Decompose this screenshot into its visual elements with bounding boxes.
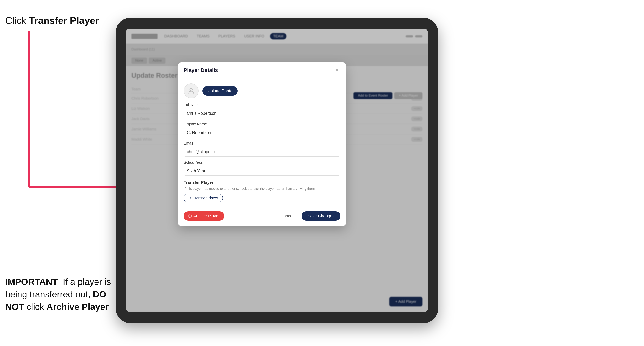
instruction-top-prefix: Click [5,15,29,26]
email-input[interactable] [184,147,340,157]
instruction-bottom: IMPORTANT: If a player is being transfer… [5,276,114,313]
archive-player-button[interactable]: ⬡ Archive Player [184,211,224,221]
avatar-circle [184,83,199,98]
transfer-player-button[interactable]: ⟳ Transfer Player [184,194,223,202]
upload-photo-button[interactable]: Upload Photo [202,86,238,96]
svg-point-3 [190,88,192,91]
transfer-section-title: Transfer Player [184,180,340,185]
archive-btn-label: Archive Player [193,214,220,218]
full-name-input[interactable] [184,109,340,118]
avatar-upload-row: Upload Photo [184,83,340,98]
modal-body: Upload Photo Full Name Display Name Emai… [178,78,346,208]
transfer-section-desc: If this player has moved to another scho… [184,186,340,191]
tablet-device: DASHBOARD TEAMS PLAYERS USER INFO TEAM D… [116,18,438,323]
school-year-group: School Year First Year Second Year Third… [184,160,340,175]
display-name-label: Display Name [184,122,340,126]
player-details-modal: Player Details × Upload Photo [178,62,346,226]
modal-header: Player Details × [178,62,346,78]
instruction-top-bold: Transfer Player [29,15,99,26]
instruction-archive: Archive Player [46,302,109,312]
school-year-select[interactable]: First Year Second Year Third Year Fourth… [184,166,340,175]
modal-title: Player Details [184,67,218,73]
transfer-section: Transfer Player If this player has moved… [184,180,340,202]
instruction-important: IMPORTANT [5,277,58,287]
email-label: Email [184,141,340,146]
school-year-label: School Year [184,160,340,165]
display-name-group: Display Name [184,122,340,138]
instruction-top: Click Transfer Player [5,15,99,26]
transfer-player-btn-label: Transfer Player [193,196,218,200]
transfer-icon: ⟳ [188,196,191,200]
save-changes-button[interactable]: Save Changes [302,211,340,221]
modal-footer: ⬡ Archive Player Cancel Save Changes [178,208,346,226]
cancel-button[interactable]: Cancel [275,211,298,221]
display-name-input[interactable] [184,128,340,138]
archive-icon: ⬡ [188,214,192,218]
full-name-label: Full Name [184,103,340,107]
modal-close-button[interactable]: × [334,67,340,74]
full-name-group: Full Name [184,103,340,118]
tablet-screen: DASHBOARD TEAMS PLAYERS USER INFO TEAM D… [126,29,428,312]
email-group: Email [184,141,340,157]
